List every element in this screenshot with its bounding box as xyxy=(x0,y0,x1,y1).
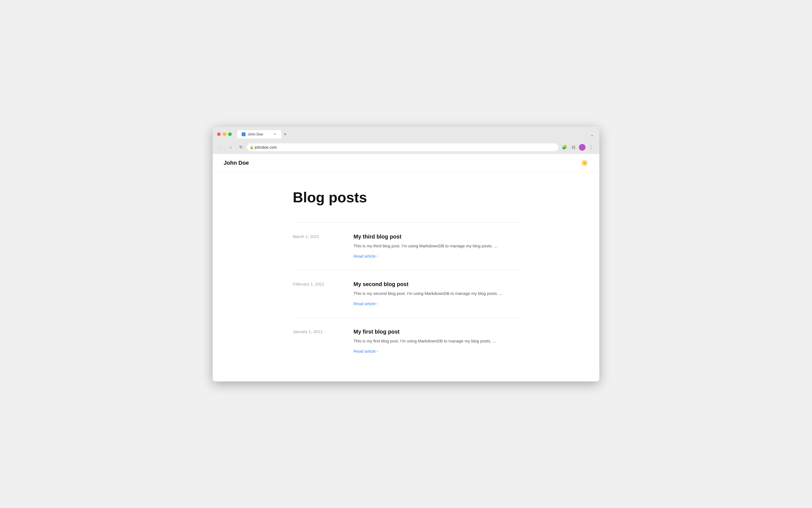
chevron-right-icon: › xyxy=(377,301,378,306)
address-input[interactable] xyxy=(247,143,559,151)
post-content: My third blog post This is my third blog… xyxy=(353,234,519,259)
post-date: January 1, 2021 xyxy=(293,329,331,354)
profile-button[interactable] xyxy=(578,143,586,151)
post-item: January 1, 2021 My first blog post This … xyxy=(293,317,519,365)
post-excerpt: This is my third blog post. I'm using Ma… xyxy=(353,243,519,249)
lock-icon: 🔒 xyxy=(250,145,254,149)
reload-button[interactable]: ↻ xyxy=(237,143,245,151)
close-button[interactable] xyxy=(217,132,221,136)
active-tab[interactable]: John Doe × xyxy=(237,130,281,138)
post-date: March 1, 2021 xyxy=(293,234,331,259)
back-button[interactable]: ‹ xyxy=(217,143,225,151)
site-header: John Doe ☀️ xyxy=(213,154,599,172)
tab-bar: John Doe × + ⌄ xyxy=(237,130,595,138)
post-title: My second blog post xyxy=(353,281,519,288)
new-tab-button[interactable]: + xyxy=(281,130,289,138)
browser-window: John Doe × + ⌄ ‹ › ↻ 🔒 🧩 ⊟ ⋮ xyxy=(213,127,599,381)
page-content: John Doe ☀️ Blog posts March 1, 2021 My … xyxy=(213,154,599,381)
title-bar-top: John Doe × + ⌄ xyxy=(217,130,595,141)
post-title: My first blog post xyxy=(353,329,519,335)
sidebar-button[interactable]: ⊟ xyxy=(570,143,577,151)
post-title: My third blog post xyxy=(353,234,519,240)
post-item: February 1, 2021 My second blog post Thi… xyxy=(293,270,519,317)
toolbar-right: 🧩 ⊟ ⋮ xyxy=(561,143,595,151)
minimize-button[interactable] xyxy=(223,132,226,136)
theme-toggle-button[interactable]: ☀️ xyxy=(581,160,588,167)
menu-button[interactable]: ⋮ xyxy=(587,143,595,151)
post-content: My second blog post This is my second bl… xyxy=(353,281,519,306)
main-content: Blog posts March 1, 2021 My third blog p… xyxy=(282,172,530,381)
address-bar-wrapper: 🔒 xyxy=(247,143,559,151)
site-title: John Doe xyxy=(224,160,249,166)
read-article-link[interactable]: Read article › xyxy=(353,254,378,258)
read-article-link[interactable]: Read article › xyxy=(353,301,378,306)
maximize-button[interactable] xyxy=(228,132,232,136)
forward-button[interactable]: › xyxy=(227,143,235,151)
post-excerpt: This is my second blog post. I'm using M… xyxy=(353,290,519,297)
chevron-right-icon: › xyxy=(377,254,378,258)
read-article-label: Read article xyxy=(353,301,376,306)
read-article-label: Read article xyxy=(353,254,376,258)
post-content: My first blog post This is my first blog… xyxy=(353,329,519,354)
post-date: February 1, 2021 xyxy=(293,281,331,306)
read-article-link[interactable]: Read article › xyxy=(353,349,378,353)
more-tabs-icon: ⌄ xyxy=(589,131,595,138)
tab-close-button[interactable]: × xyxy=(273,132,277,136)
extensions-button[interactable]: 🧩 xyxy=(561,143,568,151)
tab-favicon xyxy=(242,132,245,136)
profile-avatar xyxy=(579,144,585,151)
window-controls xyxy=(217,132,232,136)
title-bar: John Doe × + ⌄ xyxy=(213,127,599,141)
address-bar-container: ‹ › ↻ 🔒 🧩 ⊟ ⋮ xyxy=(213,141,599,154)
posts-list: March 1, 2021 My third blog post This is… xyxy=(293,222,519,365)
post-excerpt: This is my first blog post. I'm using Ma… xyxy=(353,338,519,344)
tab-title: John Doe xyxy=(248,132,271,136)
read-article-label: Read article xyxy=(353,349,376,353)
post-item: March 1, 2021 My third blog post This is… xyxy=(293,222,519,270)
page-heading: Blog posts xyxy=(293,189,519,206)
chevron-right-icon: › xyxy=(377,349,378,353)
